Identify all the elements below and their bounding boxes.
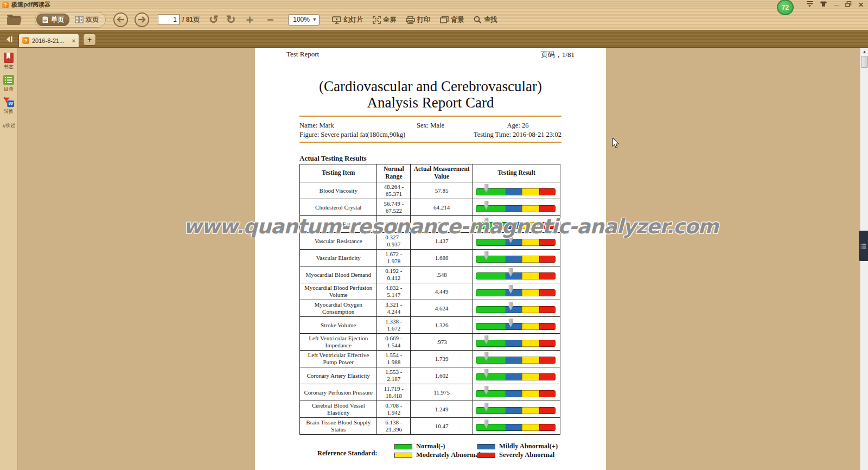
double-page-label: 双页: [86, 15, 99, 24]
zoom-level-value: 100%: [293, 16, 310, 23]
normal-range-cell: 0.192 - 0.412: [377, 266, 411, 283]
collapse-tabs-icon[interactable]: [2, 33, 16, 46]
measurement-value-cell: 64.214: [411, 199, 473, 216]
testing-result-cell: [473, 182, 560, 199]
slideshow-button[interactable]: 幻灯片: [332, 15, 363, 24]
divider: [299, 116, 561, 117]
single-page-label: 单页: [51, 15, 64, 24]
testing-item-cell: Vascular Elasticity: [300, 250, 377, 266]
normal-range-cell: 3.321 - 4.244: [377, 300, 411, 317]
normal-range-cell: 1.338 - 1.672: [377, 317, 411, 334]
app-logo-icon: ?: [2, 2, 9, 8]
zoom-in-button[interactable]: ＋: [244, 15, 256, 24]
single-page-button[interactable]: 单页: [36, 14, 69, 26]
tab-bar: ? 2016-8-21... × +: [0, 30, 868, 48]
collapse-label: 收起: [5, 122, 15, 129]
slideshow-icon: [332, 16, 341, 24]
page-number-input[interactable]: [158, 14, 180, 25]
legend-item: Moderately Abnormal: [394, 451, 481, 459]
minimize-button[interactable]: ─: [834, 1, 839, 9]
results-table-header-row: Testing ItemNormal RangeActual Measureme…: [300, 164, 560, 182]
result-bar: [476, 336, 557, 347]
normal-range-cell: 56.749 - 67.522: [377, 199, 411, 216]
double-page-button[interactable]: 双页: [69, 14, 104, 26]
result-bar: [476, 353, 557, 364]
next-page-button[interactable]: [135, 12, 149, 27]
close-button[interactable]: ✕: [858, 1, 864, 9]
measurement-value-cell: 11.975: [411, 384, 473, 401]
normal-range-cell: 1.554 - 1.988: [377, 351, 411, 367]
testing-result-cell: [473, 384, 560, 401]
new-tab-button[interactable]: +: [83, 34, 96, 46]
testing-item-cell: Blood Viscosity: [300, 182, 377, 199]
result-bar: [476, 320, 557, 331]
testing-result-cell: [473, 367, 560, 384]
measurement-value-cell: 1.249: [411, 401, 473, 418]
legend-label-text: Moderately Abnormal: [416, 451, 481, 459]
normal-range-cell: 48.264 - 65.371: [377, 182, 411, 199]
tab-favicon-icon: ?: [22, 37, 29, 44]
document-tab[interactable]: ? 2016-8-21... ×: [18, 33, 79, 47]
measurement-value-cell: 4.449: [411, 283, 473, 300]
result-bar: [476, 404, 557, 415]
find-button[interactable]: 查找: [474, 15, 497, 24]
print-button[interactable]: 打印: [406, 15, 430, 24]
rotate-left-icon[interactable]: ↺: [209, 14, 219, 25]
background-label: 背景: [451, 15, 464, 24]
zoom-out-button[interactable]: －: [264, 15, 276, 24]
testing-item-cell: Myocardial Blood Demand: [300, 266, 377, 283]
fullscreen-button[interactable]: 全屏: [373, 15, 396, 24]
testing-result-cell: [473, 283, 560, 300]
patient-info-row2: Figure: Severe partial fat(180cm,90kg) T…: [299, 131, 561, 139]
doc-header-left: Test Report: [286, 50, 319, 60]
testing-result-cell: [473, 266, 560, 283]
tab-close-icon[interactable]: ×: [72, 37, 75, 44]
open-file-button[interactable]: [7, 14, 22, 26]
right-panel-toggle[interactable]: [859, 231, 868, 261]
table-header-cell: Normal Range: [377, 164, 411, 182]
page-mode-group: 单页 双页: [35, 12, 106, 28]
sidebar-item-toc[interactable]: 目录: [3, 74, 15, 93]
previous-page-button[interactable]: [113, 12, 128, 27]
measurement-value-cell: 1.326: [411, 317, 473, 334]
testing-item-cell: Coronary Artery Elasticity: [300, 367, 377, 384]
skin-theme-icon[interactable]: [820, 1, 827, 9]
patient-age: Age: 26: [474, 122, 561, 130]
measurement-value-cell: 57.85: [411, 182, 473, 199]
legend-label-text: Mildly Abnormal(+): [499, 442, 558, 450]
measurement-value-cell: 1.739: [411, 351, 473, 367]
normal-range-cell: 4.832 - 5.147: [377, 283, 411, 300]
legend-swatch: [477, 444, 495, 449]
restore-button[interactable]: [845, 1, 852, 9]
testing-item-cell: Myocardial Blood Perfusion Volume: [300, 283, 377, 300]
toolbar: 单页 双页 / 81页 ↺ ↻ ＋ － 100% ▼ 幻灯片: [0, 9, 868, 30]
measurement-value-cell: 1.602: [411, 367, 473, 384]
rotate-right-icon[interactable]: ↻: [226, 14, 236, 25]
patient-figure: Figure: Severe partial fat(180cm,90kg): [299, 131, 405, 139]
svg-text:W: W: [8, 101, 14, 106]
speedup-badge[interactable]: 72: [777, 0, 794, 15]
background-button[interactable]: 背景: [440, 15, 464, 24]
tab-title: 2016-8-21...: [32, 37, 69, 44]
sidebar-item-bookmark[interactable]: 书签: [3, 52, 15, 71]
sidebar-item-convert[interactable]: W 转换: [3, 97, 15, 115]
table-header-cell: Testing Result: [473, 164, 560, 182]
scrollbar-thumb[interactable]: [861, 56, 868, 68]
table-row: Brain Tissue Blood Supply Status 6.138 -…: [300, 418, 560, 435]
legend-label-text: Normal(-): [416, 442, 445, 450]
sidebar-collapse-button[interactable]: ∧收起: [2, 122, 16, 129]
legend-item: Severely Abnormal: [477, 451, 554, 459]
fullscreen-icon: [373, 16, 381, 24]
testing-result-cell: [473, 401, 560, 418]
convert-label: 转换: [4, 108, 14, 115]
chevron-up-icon: ∧: [2, 123, 6, 129]
toc-list-icon: [3, 74, 15, 85]
legend-swatch: [394, 453, 412, 458]
zoom-level-select[interactable]: 100% ▼: [288, 14, 320, 26]
testing-result-cell: [473, 300, 560, 317]
table-row: Vascular Elasticity 1.672 - 1.978 1.688: [300, 250, 560, 266]
scroll-up-icon[interactable]: ▲: [860, 48, 868, 55]
title-bar: ? 极速pdf阅读器 ─ ✕: [0, 0, 868, 9]
result-bar: [476, 421, 557, 431]
main-menu-icon[interactable]: [806, 1, 813, 9]
